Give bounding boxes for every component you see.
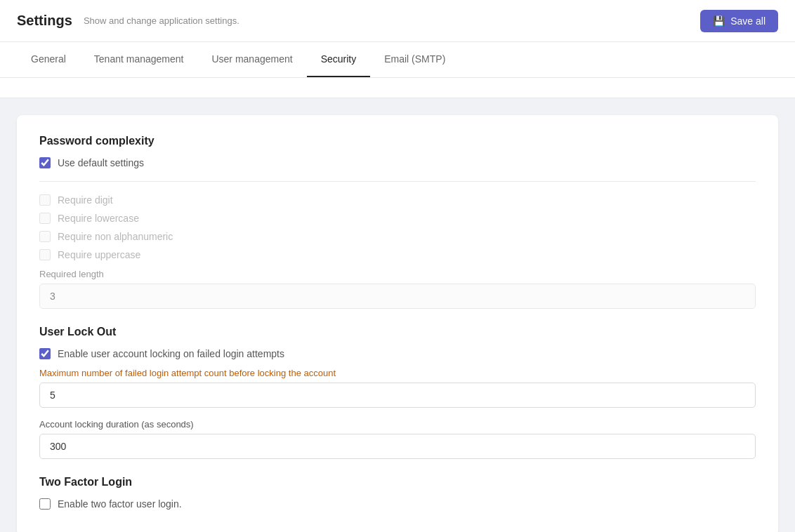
divider-1 xyxy=(39,181,756,182)
user-lock-out-title: User Lock Out xyxy=(39,326,756,338)
tabs: General Tenant management User managemen… xyxy=(0,42,795,78)
enable-two-factor-label[interactable]: Enable two factor user login. xyxy=(58,498,182,510)
require-digit-row: Require digit xyxy=(39,194,756,206)
require-uppercase-row: Require uppercase xyxy=(39,249,756,260)
save-all-label: Save all xyxy=(730,15,766,27)
require-lowercase-checkbox[interactable] xyxy=(39,213,51,224)
password-complexity-section: Password complexity Use default settings… xyxy=(39,135,756,309)
complexity-options: Require digit Require lowercase Require … xyxy=(39,194,756,309)
use-default-settings-label[interactable]: Use default settings xyxy=(58,157,144,168)
tab-user-management[interactable]: User management xyxy=(197,42,306,77)
tab-general[interactable]: General xyxy=(17,42,80,77)
tabs-wrapper: General Tenant management User managemen… xyxy=(0,42,795,98)
enable-locking-checkbox[interactable] xyxy=(39,348,51,359)
page-title: Settings xyxy=(17,13,72,29)
require-digit-checkbox[interactable] xyxy=(39,194,51,206)
required-length-input[interactable] xyxy=(39,284,756,309)
tab-tenant-management[interactable]: Tenant management xyxy=(80,42,198,77)
page-subtitle: Show and change application settings. xyxy=(84,15,239,26)
password-complexity-title: Password complexity xyxy=(39,135,756,147)
require-uppercase-label[interactable]: Require uppercase xyxy=(58,249,140,260)
main-card: Password complexity Use default settings… xyxy=(17,115,778,532)
two-factor-section: Two Factor Login Enable two factor user … xyxy=(39,476,756,510)
enable-locking-label[interactable]: Enable user account locking on failed lo… xyxy=(58,348,284,359)
require-non-alphanumeric-label[interactable]: Require non alphanumeric xyxy=(58,231,173,242)
two-factor-title: Two Factor Login xyxy=(39,476,756,488)
require-non-alphanumeric-row: Require non alphanumeric xyxy=(39,231,756,242)
require-digit-label[interactable]: Require digit xyxy=(58,194,113,206)
require-uppercase-checkbox[interactable] xyxy=(39,249,51,260)
save-all-button[interactable]: 💾 Save all xyxy=(700,10,778,32)
require-non-alphanumeric-checkbox[interactable] xyxy=(39,231,51,242)
require-lowercase-label[interactable]: Require lowercase xyxy=(58,213,139,224)
top-bar: Settings Show and change application set… xyxy=(0,0,795,42)
use-default-settings-checkbox[interactable] xyxy=(39,157,51,168)
enable-two-factor-row: Enable two factor user login. xyxy=(39,498,756,510)
user-lock-out-section: User Lock Out Enable user account lockin… xyxy=(39,326,756,459)
use-default-settings-row: Use default settings xyxy=(39,157,756,168)
outer-content: Password complexity Use default settings… xyxy=(0,98,795,532)
enable-two-factor-checkbox[interactable] xyxy=(39,498,51,510)
require-lowercase-row: Require lowercase xyxy=(39,213,756,224)
top-bar-left: Settings Show and change application set… xyxy=(17,13,239,29)
locking-duration-label: Account locking duration (as seconds) xyxy=(39,419,756,430)
max-attempts-label: Maximum number of failed login attempt c… xyxy=(39,368,756,378)
save-icon: 💾 xyxy=(713,15,725,27)
app-container: Settings Show and change application set… xyxy=(0,0,795,532)
enable-locking-row: Enable user account locking on failed lo… xyxy=(39,348,756,359)
tab-security[interactable]: Security xyxy=(307,42,371,77)
locking-duration-input[interactable] xyxy=(39,434,756,459)
max-attempts-input[interactable] xyxy=(39,383,756,408)
tab-email-smtp[interactable]: Email (SMTP) xyxy=(370,42,459,77)
required-length-label: Required length xyxy=(39,269,756,279)
